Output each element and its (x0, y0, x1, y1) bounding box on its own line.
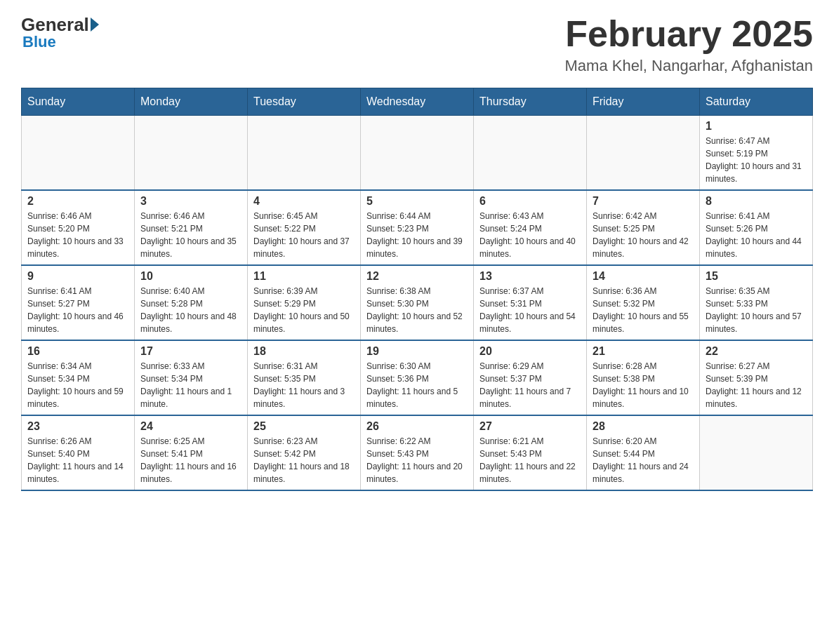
calendar-cell: 22Sunrise: 6:27 AM Sunset: 5:39 PM Dayli… (700, 340, 813, 415)
day-info: Sunrise: 6:31 AM Sunset: 5:35 PM Dayligh… (253, 360, 355, 410)
calendar-cell (248, 116, 361, 191)
title-block: February 2025 Mama Khel, Nangarhar, Afgh… (565, 14, 813, 75)
calendar-week-1: 1Sunrise: 6:47 AM Sunset: 5:19 PM Daylig… (22, 116, 813, 191)
day-number: 27 (479, 420, 581, 433)
calendar-cell: 26Sunrise: 6:22 AM Sunset: 5:43 PM Dayli… (361, 415, 474, 490)
day-number: 22 (706, 345, 807, 358)
weekday-header-friday: Friday (587, 88, 700, 116)
weekday-header-sunday: Sunday (22, 88, 135, 116)
calendar-cell: 10Sunrise: 6:40 AM Sunset: 5:28 PM Dayli… (135, 265, 248, 340)
day-number: 14 (593, 270, 694, 283)
day-number: 15 (706, 270, 807, 283)
calendar-cell: 4Sunrise: 6:45 AM Sunset: 5:22 PM Daylig… (248, 190, 361, 265)
day-number: 21 (593, 345, 694, 358)
day-info: Sunrise: 6:37 AM Sunset: 5:31 PM Dayligh… (479, 285, 581, 335)
calendar-cell: 20Sunrise: 6:29 AM Sunset: 5:37 PM Dayli… (474, 340, 587, 415)
weekday-header-saturday: Saturday (700, 88, 813, 116)
day-info: Sunrise: 6:41 AM Sunset: 5:27 PM Dayligh… (27, 285, 128, 335)
calendar-cell (700, 415, 813, 490)
day-number: 20 (479, 345, 581, 358)
calendar-body: 1Sunrise: 6:47 AM Sunset: 5:19 PM Daylig… (22, 116, 813, 491)
calendar-cell: 5Sunrise: 6:44 AM Sunset: 5:23 PM Daylig… (361, 190, 474, 265)
weekday-header-tuesday: Tuesday (248, 88, 361, 116)
day-info: Sunrise: 6:41 AM Sunset: 5:26 PM Dayligh… (706, 210, 807, 260)
calendar-cell (135, 116, 248, 191)
day-info: Sunrise: 6:43 AM Sunset: 5:24 PM Dayligh… (479, 210, 581, 260)
day-number: 4 (253, 195, 355, 208)
calendar-cell: 19Sunrise: 6:30 AM Sunset: 5:36 PM Dayli… (361, 340, 474, 415)
day-info: Sunrise: 6:40 AM Sunset: 5:28 PM Dayligh… (140, 285, 241, 335)
logo-arrow-icon (91, 18, 99, 32)
calendar-week-5: 23Sunrise: 6:26 AM Sunset: 5:40 PM Dayli… (22, 415, 813, 490)
weekday-header-thursday: Thursday (474, 88, 587, 116)
calendar-cell (474, 116, 587, 191)
day-number: 2 (27, 195, 128, 208)
day-number: 13 (479, 270, 581, 283)
calendar-table: SundayMondayTuesdayWednesdayThursdayFrid… (21, 88, 813, 491)
day-info: Sunrise: 6:20 AM Sunset: 5:44 PM Dayligh… (593, 435, 694, 485)
day-number: 1 (706, 120, 807, 133)
day-info: Sunrise: 6:22 AM Sunset: 5:43 PM Dayligh… (366, 435, 468, 485)
logo: General Blue (21, 14, 99, 51)
day-info: Sunrise: 6:35 AM Sunset: 5:33 PM Dayligh… (706, 285, 807, 335)
calendar-cell: 15Sunrise: 6:35 AM Sunset: 5:33 PM Dayli… (700, 265, 813, 340)
day-info: Sunrise: 6:27 AM Sunset: 5:39 PM Dayligh… (706, 360, 807, 410)
calendar-cell: 14Sunrise: 6:36 AM Sunset: 5:32 PM Dayli… (587, 265, 700, 340)
calendar-cell: 25Sunrise: 6:23 AM Sunset: 5:42 PM Dayli… (248, 415, 361, 490)
calendar-cell: 18Sunrise: 6:31 AM Sunset: 5:35 PM Dayli… (248, 340, 361, 415)
day-number: 6 (479, 195, 581, 208)
calendar-week-3: 9Sunrise: 6:41 AM Sunset: 5:27 PM Daylig… (22, 265, 813, 340)
calendar-cell: 11Sunrise: 6:39 AM Sunset: 5:29 PM Dayli… (248, 265, 361, 340)
day-info: Sunrise: 6:23 AM Sunset: 5:42 PM Dayligh… (253, 435, 355, 485)
calendar-cell: 21Sunrise: 6:28 AM Sunset: 5:38 PM Dayli… (587, 340, 700, 415)
calendar-cell: 6Sunrise: 6:43 AM Sunset: 5:24 PM Daylig… (474, 190, 587, 265)
day-number: 12 (366, 270, 468, 283)
day-info: Sunrise: 6:29 AM Sunset: 5:37 PM Dayligh… (479, 360, 581, 410)
calendar-week-4: 16Sunrise: 6:34 AM Sunset: 5:34 PM Dayli… (22, 340, 813, 415)
day-number: 11 (253, 270, 355, 283)
calendar-cell (587, 116, 700, 191)
day-info: Sunrise: 6:47 AM Sunset: 5:19 PM Dayligh… (706, 135, 807, 185)
day-info: Sunrise: 6:28 AM Sunset: 5:38 PM Dayligh… (593, 360, 694, 410)
day-info: Sunrise: 6:34 AM Sunset: 5:34 PM Dayligh… (27, 360, 128, 410)
calendar-cell: 16Sunrise: 6:34 AM Sunset: 5:34 PM Dayli… (22, 340, 135, 415)
logo-blue-label: Blue (22, 33, 56, 51)
calendar-cell (22, 116, 135, 191)
day-number: 19 (366, 345, 468, 358)
weekday-header-wednesday: Wednesday (361, 88, 474, 116)
calendar-header: SundayMondayTuesdayWednesdayThursdayFrid… (22, 88, 813, 116)
day-info: Sunrise: 6:33 AM Sunset: 5:34 PM Dayligh… (140, 360, 241, 410)
calendar-cell: 9Sunrise: 6:41 AM Sunset: 5:27 PM Daylig… (22, 265, 135, 340)
day-number: 24 (140, 420, 241, 433)
day-info: Sunrise: 6:39 AM Sunset: 5:29 PM Dayligh… (253, 285, 355, 335)
calendar-cell (361, 116, 474, 191)
day-info: Sunrise: 6:46 AM Sunset: 5:21 PM Dayligh… (140, 210, 241, 260)
page-header: General Blue February 2025 Mama Khel, Na… (21, 14, 813, 75)
month-title: February 2025 (565, 14, 813, 54)
weekday-header-monday: Monday (135, 88, 248, 116)
day-info: Sunrise: 6:36 AM Sunset: 5:32 PM Dayligh… (593, 285, 694, 335)
calendar-cell: 12Sunrise: 6:38 AM Sunset: 5:30 PM Dayli… (361, 265, 474, 340)
weekday-header-row: SundayMondayTuesdayWednesdayThursdayFrid… (22, 88, 813, 116)
day-info: Sunrise: 6:25 AM Sunset: 5:41 PM Dayligh… (140, 435, 241, 485)
day-number: 7 (593, 195, 694, 208)
day-number: 9 (27, 270, 128, 283)
day-number: 28 (593, 420, 694, 433)
calendar-cell: 2Sunrise: 6:46 AM Sunset: 5:20 PM Daylig… (22, 190, 135, 265)
day-info: Sunrise: 6:21 AM Sunset: 5:43 PM Dayligh… (479, 435, 581, 485)
day-number: 23 (27, 420, 128, 433)
calendar-cell: 27Sunrise: 6:21 AM Sunset: 5:43 PM Dayli… (474, 415, 587, 490)
calendar-cell: 17Sunrise: 6:33 AM Sunset: 5:34 PM Dayli… (135, 340, 248, 415)
day-number: 5 (366, 195, 468, 208)
calendar-cell: 1Sunrise: 6:47 AM Sunset: 5:19 PM Daylig… (700, 116, 813, 191)
calendar-cell: 23Sunrise: 6:26 AM Sunset: 5:40 PM Dayli… (22, 415, 135, 490)
day-number: 10 (140, 270, 241, 283)
day-info: Sunrise: 6:45 AM Sunset: 5:22 PM Dayligh… (253, 210, 355, 260)
day-number: 17 (140, 345, 241, 358)
calendar-cell: 3Sunrise: 6:46 AM Sunset: 5:21 PM Daylig… (135, 190, 248, 265)
calendar-cell: 24Sunrise: 6:25 AM Sunset: 5:41 PM Dayli… (135, 415, 248, 490)
day-info: Sunrise: 6:46 AM Sunset: 5:20 PM Dayligh… (27, 210, 128, 260)
day-number: 8 (706, 195, 807, 208)
day-info: Sunrise: 6:42 AM Sunset: 5:25 PM Dayligh… (593, 210, 694, 260)
calendar-cell: 8Sunrise: 6:41 AM Sunset: 5:26 PM Daylig… (700, 190, 813, 265)
